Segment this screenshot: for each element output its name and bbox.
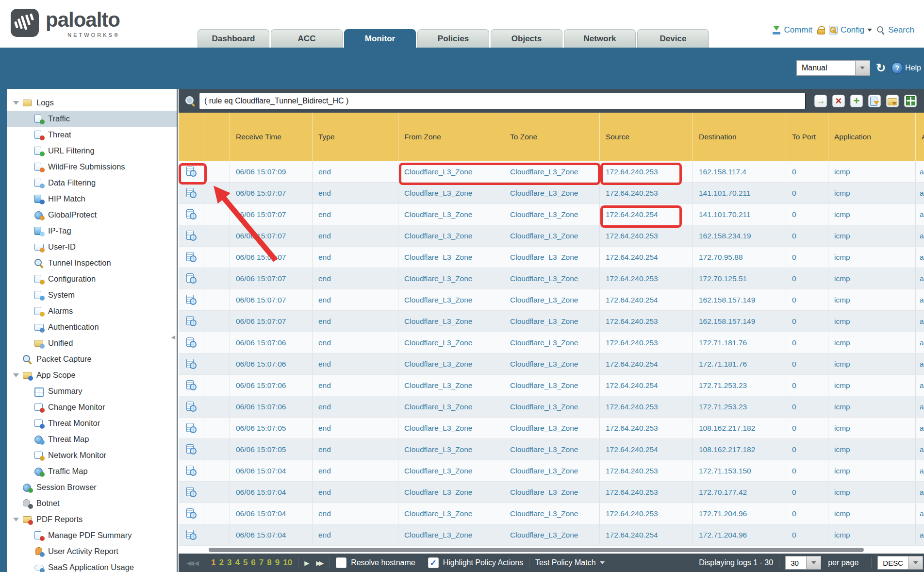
sort-order-select[interactable]: DESC: [877, 556, 923, 570]
sidebar-collapse-icon[interactable]: ◀: [171, 334, 175, 340]
log-detail-icon[interactable]: [186, 423, 197, 433]
log-detail-icon[interactable]: [186, 530, 197, 540]
sidebar-item[interactable]: Traffic: [7, 111, 177, 127]
search-button[interactable]: Search: [877, 25, 914, 35]
sidebar-item[interactable]: Data Filtering: [7, 175, 177, 191]
log-detail-icon[interactable]: [186, 508, 197, 519]
table-row[interactable]: 06/06 15:07:04 end Cloudflare_L3_Zone Cl…: [179, 460, 924, 482]
sidebar-item[interactable]: Botnet: [7, 495, 177, 511]
refresh-interval-select[interactable]: Manual: [796, 60, 870, 76]
first-page-button[interactable]: ◀◀: [186, 559, 192, 567]
prev-page-button[interactable]: ◀: [194, 559, 199, 567]
sidebar-item[interactable]: Configuration: [7, 271, 177, 287]
table-row[interactable]: 06/06 15:07:07 end Cloudflare_L3_Zone Cl…: [179, 311, 924, 332]
help-button[interactable]: ? Help: [891, 62, 921, 74]
expander-triangle-icon[interactable]: [10, 357, 22, 361]
sidebar-item[interactable]: Session Browser: [7, 479, 177, 495]
export-icon[interactable]: [904, 95, 917, 107]
page-number[interactable]: 4: [235, 558, 239, 568]
sidebar-item[interactable]: Network Monitor: [7, 447, 177, 463]
sort-order-dropdown-button[interactable]: [908, 556, 923, 570]
expander-triangle-icon[interactable]: [10, 502, 22, 505]
page-number[interactable]: 5: [243, 558, 248, 568]
clear-filter-icon[interactable]: [832, 95, 845, 107]
table-row[interactable]: 06/06 15:07:06 end Cloudflare_L3_Zone Cl…: [179, 332, 924, 353]
sidebar-item[interactable]: Packet Capture: [7, 351, 177, 367]
scrollbar-thumb[interactable]: [209, 548, 864, 552]
column-header[interactable]: Source: [600, 113, 693, 161]
log-detail-icon[interactable]: [186, 466, 197, 476]
highlight-policy-checkbox[interactable]: ✓: [428, 557, 439, 568]
expander-triangle-icon[interactable]: [10, 518, 22, 522]
page-number[interactable]: 1: [211, 558, 215, 568]
table-row[interactable]: 06/06 15:07:07 end Cloudflare_L3_Zone Cl…: [179, 204, 924, 225]
load-filter-icon[interactable]: [886, 95, 899, 107]
column-header[interactable]: Destination: [693, 113, 786, 161]
column-header[interactable]: Type: [313, 113, 398, 161]
test-policy-match-button[interactable]: Test Policy Match: [535, 558, 604, 567]
config-menu-button[interactable]: Config: [829, 25, 872, 35]
table-row[interactable]: 06/06 15:07:09 end Cloudflare_L3_Zone Cl…: [179, 161, 924, 183]
log-detail-icon[interactable]: [186, 487, 197, 497]
log-detail-icon[interactable]: [186, 444, 197, 454]
horizontal-scrollbar[interactable]: [179, 546, 924, 554]
per-page-dropdown-button[interactable]: [807, 556, 821, 570]
expander-triangle-icon[interactable]: [10, 373, 22, 377]
log-detail-icon[interactable]: [186, 316, 197, 326]
commit-button[interactable]: Commit: [772, 25, 812, 35]
column-header[interactable]: To Zone: [504, 113, 600, 161]
page-number[interactable]: 8: [267, 558, 271, 568]
page-number[interactable]: 7: [259, 558, 264, 568]
table-row[interactable]: 06/06 15:07:05 end Cloudflare_L3_Zone Cl…: [179, 418, 924, 439]
refresh-interval-dropdown-button[interactable]: [856, 60, 870, 76]
log-detail-icon[interactable]: [186, 273, 197, 284]
lock-icon[interactable]: [817, 26, 824, 34]
sidebar-item[interactable]: Threat Monitor: [7, 415, 177, 431]
sidebar-item[interactable]: WildFire Submissions: [7, 159, 177, 175]
table-row[interactable]: 06/06 15:07:04 end Cloudflare_L3_Zone Cl…: [179, 524, 924, 546]
sidebar-item[interactable]: Threat: [7, 127, 177, 143]
sidebar-item[interactable]: IP-Tag: [7, 223, 177, 239]
sidebar-item[interactable]: Unified: [7, 335, 177, 351]
sidebar-item[interactable]: Summary: [7, 383, 177, 399]
page-number[interactable]: 9: [275, 558, 280, 568]
log-detail-icon[interactable]: [186, 209, 197, 219]
sidebar-item[interactable]: Manage PDF Summary: [7, 527, 177, 543]
log-detail-icon[interactable]: [186, 359, 197, 369]
log-detail-icon[interactable]: [186, 231, 197, 241]
table-row[interactable]: 06/06 15:07:06 end Cloudflare_L3_Zone Cl…: [179, 375, 924, 396]
table-row[interactable]: 06/06 15:07:06 end Cloudflare_L3_Zone Cl…: [179, 353, 924, 375]
nav-tab[interactable]: Objects: [491, 29, 562, 48]
table-row[interactable]: 06/06 15:07:07 end Cloudflare_L3_Zone Cl…: [179, 183, 924, 204]
column-header[interactable]: Receive Time: [230, 113, 313, 161]
column-header[interactable]: [204, 113, 230, 161]
page-number[interactable]: 3: [227, 558, 231, 568]
sidebar-item[interactable]: Traffic Map: [7, 463, 177, 479]
sidebar-item[interactable]: User Activity Report: [7, 543, 177, 559]
table-row[interactable]: 06/06 15:07:07 end Cloudflare_L3_Zone Cl…: [179, 247, 924, 268]
sidebar-item[interactable]: HIP Match: [7, 191, 177, 207]
sidebar-item[interactable]: Threat Map: [7, 431, 177, 447]
sidebar-item[interactable]: Tunnel Inspection: [7, 255, 177, 271]
sidebar-item[interactable]: App Scope: [7, 367, 177, 383]
per-page-select[interactable]: 30: [785, 556, 821, 570]
column-header[interactable]: [179, 113, 204, 161]
table-row[interactable]: 06/06 15:07:04 end Cloudflare_L3_Zone Cl…: [179, 503, 924, 524]
sidebar-item[interactable]: PDF Reports: [7, 511, 177, 527]
sidebar-item[interactable]: SaaS Application Usage: [7, 559, 177, 572]
column-header[interactable]: A: [916, 113, 924, 161]
log-detail-icon[interactable]: [186, 380, 197, 390]
table-row[interactable]: 06/06 15:07:07 end Cloudflare_L3_Zone Cl…: [179, 268, 924, 289]
log-detail-icon[interactable]: [186, 295, 197, 305]
last-page-button[interactable]: ▶▶: [316, 559, 322, 567]
sidebar-item[interactable]: System: [7, 287, 177, 303]
page-number[interactable]: 2: [219, 558, 223, 568]
nav-tab[interactable]: Network: [564, 29, 636, 48]
sidebar-item[interactable]: Alarms: [7, 303, 177, 319]
log-detail-icon[interactable]: [186, 337, 197, 348]
table-row[interactable]: 06/06 15:07:07 end Cloudflare_L3_Zone Cl…: [179, 289, 924, 311]
log-detail-icon[interactable]: [186, 402, 197, 412]
log-detail-icon[interactable]: [186, 252, 197, 262]
page-number[interactable]: 6: [251, 558, 255, 568]
column-header[interactable]: To Port: [786, 113, 828, 161]
